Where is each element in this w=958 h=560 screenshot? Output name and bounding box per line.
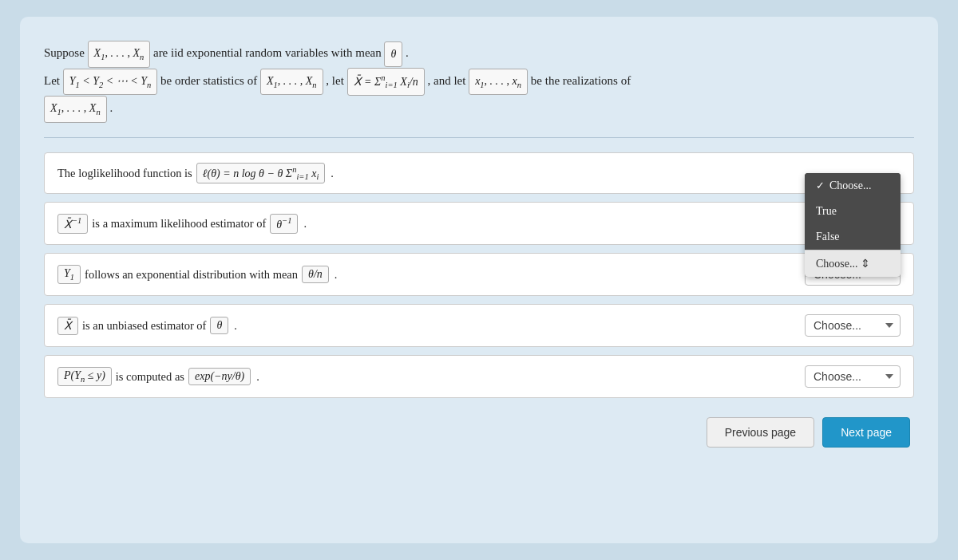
q5-answer-area[interactable]: Choose... True False xyxy=(797,365,901,388)
q1-false-label: False xyxy=(816,231,840,243)
x-variables-box: X1, . . . , Xn xyxy=(260,69,323,96)
q5-box2: exp(−ny/θ) xyxy=(188,368,251,385)
q2-box2: θ−1 xyxy=(270,214,298,234)
question-row-2: X̄−1 is a maximum likelihood estimator o… xyxy=(44,202,914,245)
question-text-4: X̄ is an unbiased estimator of θ . xyxy=(57,317,797,335)
next-page-button[interactable]: Next page xyxy=(822,417,910,448)
q4-box2: θ xyxy=(210,317,228,334)
question-row-3: Y1 follows an exponential distribution w… xyxy=(44,253,914,296)
realizations-box: x1, . . . , xn xyxy=(469,69,528,96)
q2-box1: X̄−1 xyxy=(57,214,88,234)
line2: Let Y1 < Y2 < ⋯ < Yn be order statistics… xyxy=(44,74,631,87)
q1-choose-bottom-label: Choose... ⇕ xyxy=(816,257,870,270)
problem-statement: Suppose X1, . . . , Xn are iid exponenti… xyxy=(44,41,914,123)
question-row-4: X̄ is an unbiased estimator of θ . Choos… xyxy=(44,304,914,347)
order-stats-box: Y1 < Y2 < ⋯ < Yn xyxy=(63,69,157,96)
question-text-2: X̄−1 is a maximum likelihood estimator o… xyxy=(57,214,797,234)
q3-box1: Y1 xyxy=(57,265,81,284)
q4-select[interactable]: Choose... True False xyxy=(805,314,901,337)
q4-middle: is an unbiased estimator of xyxy=(82,319,206,333)
q1-dropdown-menu[interactable]: ✓ Choose... True False Choose... ⇕ xyxy=(805,173,901,277)
footer: Previous page Next page xyxy=(44,417,914,448)
question-text-5: P(Yn ≤ y) is computed as exp(−ny/θ) . xyxy=(57,367,797,386)
q4-answer-area[interactable]: Choose... True False xyxy=(797,314,901,337)
question-text-1: The loglikelihood function is ℓ(θ) = n l… xyxy=(57,163,797,183)
q2-period: . xyxy=(303,217,307,231)
q1-choose-label: Choose... xyxy=(829,179,872,192)
q1-period: . xyxy=(331,167,334,180)
q1-option-choose[interactable]: ✓ Choose... xyxy=(805,173,901,199)
q3-middle: follows an exponential distribution with… xyxy=(85,268,298,282)
q1-option-true[interactable]: True xyxy=(805,199,901,224)
q1-option-false[interactable]: False xyxy=(805,224,901,250)
check-icon: ✓ xyxy=(816,179,825,192)
section-divider xyxy=(44,137,914,138)
question-row-5: P(Yn ≤ y) is computed as exp(−ny/θ) . Ch… xyxy=(44,355,914,398)
q5-box1: P(Yn ≤ y) xyxy=(57,367,112,386)
q5-select[interactable]: Choose... True False xyxy=(805,365,901,388)
x-realizations-box: X1, . . . , Xn xyxy=(44,96,107,123)
main-container: Suppose X1, . . . , Xn are iid exponenti… xyxy=(20,17,938,543)
q2-middle: is a maximum likelihood estimator of xyxy=(92,217,266,231)
question-row-1: The loglikelihood function is ℓ(θ) = n l… xyxy=(44,152,914,194)
question-text-3: Y1 follows an exponential distribution w… xyxy=(57,265,797,284)
variables-box: X1, . . . , Xn xyxy=(88,41,151,68)
q5-middle: is computed as xyxy=(116,370,184,384)
q1-prefix: The loglikelihood function is xyxy=(57,167,192,180)
line1: Suppose X1, . . . , Xn are iid exponenti… xyxy=(44,46,409,59)
q1-true-label: True xyxy=(816,205,837,218)
xbar-formula-box: X̄ = Σni=1 Xi/n xyxy=(347,68,425,96)
q5-period: . xyxy=(256,370,259,384)
q3-period: . xyxy=(335,268,338,282)
mean-box: θ xyxy=(384,41,402,68)
q1-formula: ℓ(θ) = n log θ − θ Σni=1 xi xyxy=(196,163,326,183)
q1-option-choose-bottom[interactable]: Choose... ⇕ xyxy=(805,250,901,277)
q4-period: . xyxy=(234,319,237,333)
q3-box2: θ/n xyxy=(302,266,329,283)
q4-box1: X̄ xyxy=(57,317,78,335)
previous-page-button[interactable]: Previous page xyxy=(707,417,815,448)
questions-area: The loglikelihood function is ℓ(θ) = n l… xyxy=(44,152,914,398)
